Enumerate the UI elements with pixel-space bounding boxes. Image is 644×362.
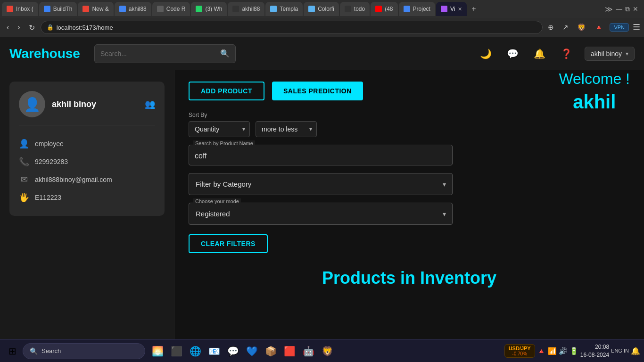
taskbar-app-edge[interactable]: 🌐 (187, 343, 204, 360)
tab-overflow-button[interactable]: ≫ (605, 5, 613, 14)
taskbar-app-terminal[interactable]: ⬛ (168, 343, 185, 360)
welcome-section: Welcome ! akhil (559, 70, 630, 113)
header-search-bar[interactable]: 🔍 (94, 44, 236, 63)
help-button[interactable]: ❓ (558, 45, 575, 62)
add-product-button[interactable]: ADD PRODUCT (189, 82, 264, 100)
sort-order-select[interactable]: more to less less to more (256, 121, 317, 137)
profile-phone-item: 📞 929929283 (19, 153, 155, 171)
mode-label: Choose your mode (193, 198, 241, 204)
edit-profile-button[interactable]: 👥 (145, 99, 155, 109)
time-display: 20:08 (580, 343, 609, 351)
header-search-input[interactable] (100, 50, 216, 58)
tab-todo[interactable]: todo (340, 2, 370, 16)
reload-button[interactable]: ↻ (26, 21, 38, 34)
email-icon: ✉ (19, 174, 29, 185)
sort-row: Quantity Price Name Date ▾ more to less … (189, 121, 630, 137)
close-window-button[interactable]: ✕ (633, 5, 638, 13)
tab-build[interactable]: BuildTh (39, 2, 77, 16)
new-tab-button[interactable]: + (470, 4, 478, 14)
terminal-icon: ⬛ (171, 346, 182, 357)
search-icon: 🔍 (220, 49, 230, 58)
notifications-button[interactable]: 🔔 (531, 45, 548, 62)
user-menu[interactable]: akhil binoy ▾ (585, 47, 635, 61)
sort-section: Sort By Quantity Price Name Date ▾ more … (189, 112, 630, 137)
forward-button[interactable]: › (15, 21, 23, 33)
search-product-input[interactable] (189, 145, 453, 165)
tab-template[interactable]: Templa (265, 2, 303, 16)
mode-select[interactable]: Registered Guest Admin (189, 203, 453, 225)
user-dropdown-arrow: ▾ (626, 50, 628, 57)
tab-codeR[interactable]: Code R (152, 2, 190, 16)
tab-akhil88b[interactable]: akhil88 (228, 2, 264, 16)
volume-icon: 🔊 (559, 347, 568, 355)
currency-change: -0.70% (512, 351, 527, 356)
taskbar-app-brave[interactable]: 🦁 (319, 343, 336, 360)
taskbar-apps: 🌅 ⬛ 🌐 📧 💬 💙 📦 🟥 🤖 🦁 (149, 343, 336, 360)
address-bar[interactable]: 🔒 localhost:5173/home (41, 21, 543, 34)
tab-new[interactable]: New & (78, 2, 113, 16)
start-button[interactable]: ⊞ (4, 343, 21, 360)
vpn-button[interactable]: VPN (610, 23, 629, 32)
nav-right-icons: ⊕ ↗ 🦁 🔺 VPN ☰ (545, 22, 640, 33)
taskbar-app-android[interactable]: 🤖 (300, 343, 317, 360)
taskbar-app-dropbox[interactable]: 📦 (262, 343, 279, 360)
profile-role: employee (35, 140, 64, 148)
profile-email-item: ✉ akhil888binoy@gmail.com (19, 171, 155, 189)
system-time: 20:08 16-08-2024 (580, 343, 609, 359)
filter-category-select[interactable]: Filter by Category Beverages Food Electr… (189, 173, 453, 195)
tab-whatsapp[interactable]: (3) Wh (191, 2, 227, 16)
browser-chrome: Inbox ( BuildTh New & akhil88 Code R (3)… (0, 0, 644, 37)
phone-icon: 📞 (19, 156, 29, 167)
dark-mode-button[interactable]: 🌙 (477, 45, 495, 62)
mail-icon: 📧 (208, 346, 220, 357)
brave-shield-button[interactable]: 🦁 (575, 22, 588, 33)
chat-button[interactable]: 💬 (504, 45, 521, 62)
menu-button[interactable]: ☰ (633, 22, 640, 33)
system-tray: 🔺 📶 🔊 🔋 (537, 347, 578, 355)
taskbar-app-mail[interactable]: 📧 (206, 343, 223, 360)
profile-card: 👤 akhil binoy 👥 👤 employee 📞 929929283 ✉… (9, 82, 165, 216)
taskbar-app-vscode[interactable]: 💙 (243, 343, 260, 360)
maximize-button[interactable]: ⧉ (625, 5, 630, 13)
sort-order-wrapper: more to less less to more ▾ (256, 121, 317, 137)
url-text: localhost:5173/home (57, 24, 537, 31)
sales-prediction-button[interactable]: SALES PREDICTION (272, 82, 363, 100)
taskbar-app-file-explorer[interactable]: 🌅 (149, 343, 166, 360)
back-button[interactable]: ‹ (4, 21, 12, 33)
cast-button[interactable]: ⊕ (545, 22, 556, 33)
vscode-icon: 💙 (246, 346, 258, 357)
clear-filters-button[interactable]: CLEAR FILTERS (189, 234, 268, 253)
date-display: 16-08-2024 (580, 351, 609, 359)
brave-rewards-button[interactable]: 🔺 (592, 22, 606, 33)
tab-inbox[interactable]: Inbox ( (2, 2, 38, 16)
tab-bar: Inbox ( BuildTh New & akhil88 Code R (3)… (0, 0, 644, 18)
search-product-container: Search by Product Name (189, 145, 630, 165)
network-icon: 🔺 (537, 347, 546, 355)
tab-colorf[interactable]: Colorfi (304, 2, 339, 16)
bell-icon: 🔔 (534, 49, 545, 59)
products-heading: Products in Inventory (189, 268, 630, 288)
tab-close-icon[interactable]: ✕ (458, 6, 462, 12)
sort-by-wrapper: Quantity Price Name Date ▾ (189, 121, 250, 137)
chat-app-icon: 💬 (227, 346, 239, 357)
notification-center-button[interactable]: 🔔 (631, 346, 640, 355)
share-button[interactable]: ↗ (560, 22, 571, 33)
taskbar-app-chat[interactable]: 💬 (224, 343, 241, 360)
tab-akhil88[interactable]: akhil88 (115, 2, 151, 16)
file-explorer-icon: 🌅 (152, 346, 164, 357)
tab-project[interactable]: Project (399, 2, 435, 16)
minimize-button[interactable]: — (616, 5, 622, 13)
fingerprint-icon: 🖐 (19, 192, 29, 203)
user-name: akhil binoy (591, 50, 622, 58)
moon-icon: 🌙 (480, 49, 492, 59)
taskbar-search[interactable]: 🔍 Search (23, 343, 145, 359)
welcome-text: Welcome ! (559, 70, 630, 88)
tab-youtube[interactable]: (48 (371, 2, 397, 16)
sort-by-select[interactable]: Quantity Price Name Date (189, 121, 250, 137)
taskbar-app-app1[interactable]: 🟥 (281, 343, 298, 360)
tab-vi[interactable]: Vi ✕ (436, 2, 467, 16)
profile-employee-id: E112223 (35, 194, 61, 201)
mode-wrapper: Choose your mode Registered Guest Admin … (189, 203, 453, 225)
profile-email: akhil888binoy@gmail.com (35, 176, 112, 183)
help-icon: ❓ (561, 49, 572, 59)
